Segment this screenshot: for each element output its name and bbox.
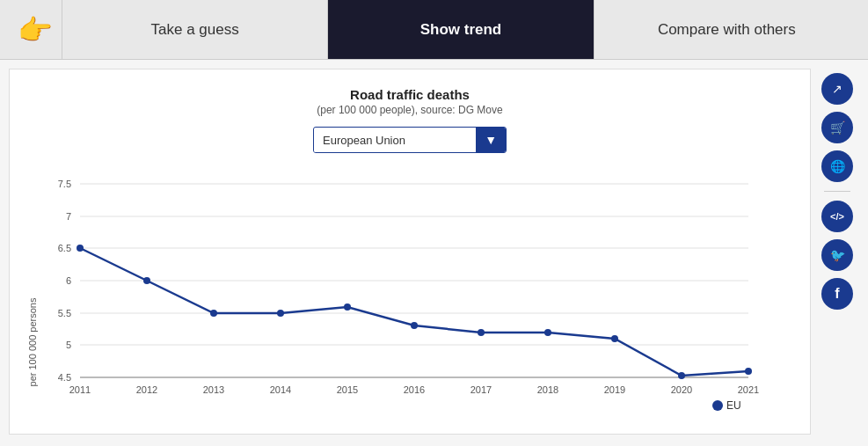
svg-text:2014: 2014 bbox=[270, 384, 291, 395]
data-point-2017 bbox=[478, 329, 485, 336]
legend-label: EU bbox=[726, 399, 741, 412]
data-point-2011 bbox=[77, 245, 84, 252]
data-point-2015 bbox=[344, 303, 351, 311]
svg-text:2017: 2017 bbox=[470, 384, 492, 395]
svg-text:2013: 2013 bbox=[203, 384, 224, 395]
share-icon[interactable]: ↗ bbox=[821, 73, 853, 105]
country-dropdown[interactable]: European Union ▼ bbox=[313, 127, 507, 153]
chart-subtitle: (per 100 000 people), source: DG Move bbox=[27, 104, 792, 116]
dropdown-selected: European Union bbox=[314, 128, 476, 152]
data-point-2020 bbox=[678, 372, 685, 379]
svg-text:5.5: 5.5 bbox=[58, 308, 71, 318]
basket-icon[interactable]: 🛒 bbox=[821, 112, 853, 143]
chevron-down-icon[interactable]: ▼ bbox=[476, 128, 506, 152]
svg-text:2020: 2020 bbox=[671, 384, 692, 395]
facebook-icon[interactable]: f bbox=[821, 278, 853, 310]
svg-text:5: 5 bbox=[66, 340, 71, 350]
svg-text:2011: 2011 bbox=[69, 384, 91, 395]
svg-text:2019: 2019 bbox=[604, 384, 625, 395]
data-point-2013 bbox=[210, 310, 217, 317]
dropdown-wrapper: European Union ▼ bbox=[27, 127, 792, 153]
data-point-2016 bbox=[411, 322, 418, 329]
chart-container: Road traffic deaths (per 100 000 people)… bbox=[9, 69, 811, 435]
yaxis-label: per 100 000 persons bbox=[27, 297, 38, 386]
svg-text:6.5: 6.5 bbox=[58, 243, 71, 253]
legend-dot bbox=[712, 400, 723, 411]
tab-compare-with-others[interactable]: Compare with others bbox=[594, 0, 859, 59]
svg-text:2016: 2016 bbox=[404, 384, 425, 395]
svg-text:2018: 2018 bbox=[537, 384, 558, 395]
svg-text:2012: 2012 bbox=[136, 384, 157, 395]
svg-text:7.5: 7.5 bbox=[58, 179, 71, 189]
footer: Access to dataset Cookies policy | Priva… bbox=[0, 435, 868, 446]
sidebar-divider bbox=[824, 191, 850, 192]
svg-text:2015: 2015 bbox=[337, 384, 358, 395]
chart-title: Road traffic deaths bbox=[27, 87, 792, 102]
data-point-2019 bbox=[611, 335, 618, 342]
code-icon[interactable]: </> bbox=[821, 201, 853, 232]
data-point-2014 bbox=[277, 310, 284, 317]
data-point-2021 bbox=[745, 368, 752, 375]
data-point-2012 bbox=[143, 277, 150, 284]
svg-text:7: 7 bbox=[66, 211, 71, 222]
header: 👉 Take a guess Show trend Compare with o… bbox=[0, 0, 868, 60]
tab-take-a-guess[interactable]: Take a guess bbox=[62, 0, 327, 59]
svg-text:6: 6 bbox=[66, 275, 71, 286]
eu-line bbox=[80, 248, 748, 376]
globe-icon[interactable]: 🌐 bbox=[821, 150, 853, 182]
data-point-2018 bbox=[544, 329, 551, 336]
main-area: Road traffic deaths (per 100 000 people)… bbox=[0, 60, 868, 435]
twitter-icon[interactable]: 🐦 bbox=[821, 239, 853, 271]
svg-text:2021: 2021 bbox=[738, 384, 759, 395]
svg-text:4.5: 4.5 bbox=[58, 372, 71, 383]
chart-svg-wrapper: per 100 000 persons 7.5 7 6.5 6 5.5 5 bbox=[27, 166, 792, 416]
sidebar-icons: ↗ 🛒 🌐 </> 🐦 f bbox=[815, 69, 859, 435]
line-chart: per 100 000 persons 7.5 7 6.5 6 5.5 5 bbox=[27, 166, 766, 413]
header-icon: 👉 bbox=[9, 13, 62, 47]
tab-show-trend[interactable]: Show trend bbox=[327, 0, 593, 59]
